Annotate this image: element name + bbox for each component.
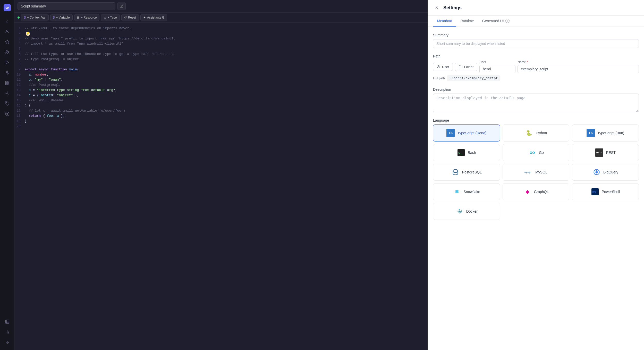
settings-header: Settings — [428, 0, 644, 16]
lang-rest[interactable]: HTTP REST — [572, 144, 639, 161]
language-field: Language TS TypeScript (Deno) 🐍 Python T… — [433, 118, 639, 220]
svg-point-5 — [8, 51, 9, 53]
sidebar-item-apps[interactable] — [3, 78, 12, 88]
description-label: Description — [433, 87, 639, 91]
context-var-button[interactable]: $ + Context Var — [21, 14, 49, 21]
type-button[interactable]: ◇ + Type — [101, 14, 120, 21]
code-line-7: 7 // type Postgresql = object — [14, 57, 428, 62]
code-line-15: 15 //e: wmill.Base64 — [14, 98, 428, 103]
summary-input[interactable] — [433, 39, 639, 48]
code-line-3: 3 // Deno uses "npm:" prefix to import f… — [14, 36, 428, 41]
language-label: Language — [433, 118, 639, 122]
resource-button[interactable]: ⊞ + Resource — [74, 14, 100, 21]
svg-marker-3 — [5, 40, 9, 44]
sidebar-item-user[interactable] — [3, 27, 12, 36]
sidebar-item-runs[interactable] — [3, 58, 12, 67]
lang-bash[interactable]: >_ Bash — [433, 144, 500, 161]
lang-docker[interactable]: 🐳 Docker — [433, 203, 500, 220]
sidebar-item-billing[interactable] — [3, 68, 12, 77]
main-area: $ + Context Var $ + Variable ⊞ + Resourc… — [14, 0, 428, 350]
ts-deno-icon: TS — [446, 129, 455, 137]
lang-powershell[interactable]: PS PowerShell — [572, 183, 639, 200]
edit-script-button[interactable] — [117, 2, 126, 10]
lang-typescript-bun[interactable]: TS TypeScript (Bun) — [572, 124, 639, 141]
close-settings-button[interactable] — [433, 4, 440, 11]
reset-icon: ↺ — [124, 16, 127, 19]
bq-icon — [592, 168, 601, 176]
lang-go[interactable]: GO Go — [503, 144, 570, 161]
assistants-icon: ✦ — [143, 16, 146, 19]
user-value-input[interactable] — [479, 65, 515, 73]
pg-icon — [451, 168, 460, 176]
folder-button[interactable]: Folder — [455, 63, 477, 71]
settings-panel: Settings Metadata Runtime Generated UI i… — [428, 0, 644, 350]
user-btn-icon — [437, 65, 440, 69]
assistants-button[interactable]: ✦ Assistants G — [140, 14, 167, 21]
sidebar-item-home[interactable]: ⌂ — [3, 16, 12, 26]
code-line-16: 16 ) { — [14, 103, 428, 108]
path-section: Path User Folder User Name * — [433, 54, 639, 81]
sidebar-item-team[interactable] — [3, 47, 12, 57]
svg-text:W: W — [5, 6, 9, 10]
tab-generated-ui[interactable]: Generated UI i — [478, 16, 514, 27]
user-input-col: User — [479, 60, 515, 73]
tab-metadata[interactable]: Metadata — [433, 16, 456, 27]
code-editor[interactable]: 1 // Ctrl/CMD+. to cache dependencies on… — [14, 23, 428, 350]
variable-button[interactable]: $ + Variable — [50, 14, 73, 21]
code-line-5: 5 — [14, 46, 428, 52]
bash-icon: >_ — [457, 148, 465, 157]
code-line-4: 4 // import * as wmill from "npm:windmil… — [14, 41, 428, 46]
name-input-col: Name * — [518, 60, 639, 73]
sidebar: W ⌂ — [0, 0, 14, 350]
code-line-9: 9 export async function main( — [14, 67, 428, 72]
description-input[interactable] — [433, 94, 639, 112]
sidebar-item-monitor[interactable] — [3, 109, 12, 119]
svg-point-13 — [6, 102, 6, 103]
settings-title: Settings — [443, 5, 462, 11]
svg-rect-16 — [5, 320, 9, 323]
app-logo[interactable]: W — [3, 3, 12, 12]
sidebar-item-integrations[interactable] — [3, 99, 12, 108]
path-label: Path — [433, 54, 639, 58]
script-name-input[interactable] — [518, 65, 639, 73]
code-line-6: 6 // fill the type, or use the +Resource… — [14, 52, 428, 57]
folder-btn-icon — [459, 65, 462, 69]
code-line-2: 2 💡 — [14, 31, 428, 36]
lang-mysql[interactable]: MySQL MySQL — [503, 164, 570, 181]
summary-field: Summary — [433, 33, 639, 48]
svg-point-14 — [5, 112, 9, 116]
code-line-14: 14 e = { nested: "object" }, — [14, 93, 428, 98]
sidebar-item-forward[interactable] — [3, 338, 12, 347]
lang-bigquery[interactable]: BigQuery — [572, 164, 639, 181]
svg-point-12 — [6, 93, 8, 94]
svg-point-2 — [6, 30, 8, 31]
svg-point-33 — [595, 171, 598, 173]
code-line-17: 17 // let x = await wmill.getVariable('u… — [14, 108, 428, 113]
snowflake-icon: ❄ — [453, 188, 461, 196]
tab-runtime[interactable]: Runtime — [456, 16, 478, 27]
lang-postgresql[interactable]: PostgreSQL — [433, 164, 500, 181]
sidebar-item-table[interactable] — [3, 317, 12, 326]
powershell-icon: PS — [591, 188, 599, 196]
settings-content: Summary Path User Folder User — [428, 27, 644, 226]
go-icon: GO — [528, 148, 536, 157]
full-path-label: Full path — [433, 77, 445, 80]
reset-button[interactable]: ↺ Reset — [121, 14, 139, 21]
type-icon: ◇ — [104, 16, 106, 19]
lang-python[interactable]: 🐍 Python — [503, 124, 570, 141]
sidebar-item-analytics[interactable] — [3, 327, 12, 337]
user-button[interactable]: User — [433, 63, 453, 71]
svg-rect-10 — [5, 84, 7, 85]
code-line-1: 1 // Ctrl/CMD+. to cache dependencies on… — [14, 26, 428, 31]
svg-text:>_: >_ — [458, 151, 462, 155]
sidebar-item-settings[interactable] — [3, 89, 12, 98]
lang-typescript-deno[interactable]: TS TypeScript (Deno) — [433, 124, 500, 141]
lang-snowflake[interactable]: ❄ Snowflake — [433, 183, 500, 200]
full-path-row: Full path u/henri/exemplary_script — [433, 75, 639, 81]
svg-rect-8 — [5, 81, 7, 82]
code-line-10: 10 a: number, — [14, 72, 428, 77]
sidebar-item-favorites[interactable] — [3, 37, 12, 46]
lang-graphql[interactable]: ◈ GraphQL — [503, 183, 570, 200]
ts-bun-icon: TS — [587, 129, 595, 137]
script-title-input[interactable] — [18, 2, 115, 10]
